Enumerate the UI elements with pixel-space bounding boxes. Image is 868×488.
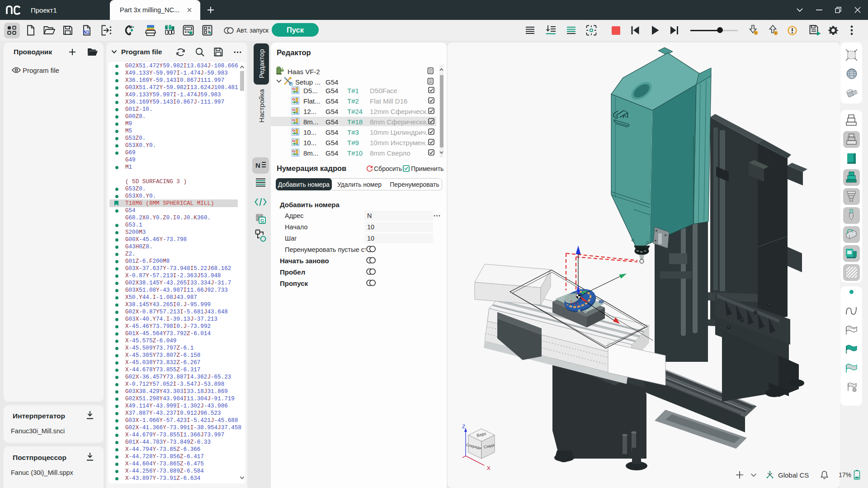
svg-text:G: G [260, 218, 264, 223]
svg-text:Z: Z [462, 424, 465, 429]
svg-text:G: G [292, 97, 295, 101]
svg-text:G: G [292, 149, 295, 153]
svg-text:G: G [292, 139, 295, 143]
svg-text:N1: N1 [83, 29, 90, 35]
svg-text:!: ! [775, 31, 777, 35]
svg-text:!: ! [755, 31, 757, 35]
svg-text:G: G [292, 108, 295, 112]
svg-text:G: G [292, 128, 295, 133]
svg-text:X: X [487, 465, 491, 471]
svg-text:G: G [292, 87, 295, 91]
svg-text:G: G [292, 118, 295, 122]
svg-text:N: N [255, 161, 260, 169]
